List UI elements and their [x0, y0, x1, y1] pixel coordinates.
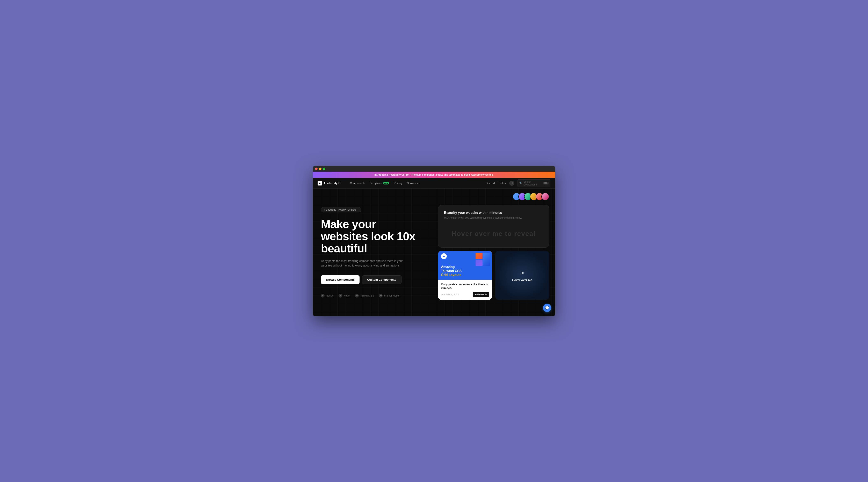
blog-date: 28th March, 2023	[441, 293, 459, 296]
bottom-cards: ▶ Amazing Tailwind CSS Grid Layouts	[438, 251, 549, 300]
blog-logo: ▶	[441, 253, 447, 259]
custom-components-button[interactable]: Custom Components	[362, 275, 402, 284]
nav-twitter[interactable]: Twitter	[498, 182, 506, 185]
logo-text: Aceternity UI	[323, 182, 341, 185]
grid-image-1	[475, 253, 483, 259]
browse-components-button[interactable]: Browse Components	[321, 275, 360, 284]
blog-card-footer: 28th March, 2023 Read More	[441, 292, 489, 297]
grid-image-3	[475, 260, 483, 266]
search-placeholder: Search Components	[524, 180, 542, 186]
intro-badge[interactable]: Introducing Proactiv Template ›	[321, 207, 362, 213]
tailwind-icon: 〜	[355, 294, 359, 297]
nav-link-showcase[interactable]: Showcase	[405, 180, 422, 186]
close-dot[interactable]	[315, 168, 317, 170]
navbar: A Aceternity UI Components Templates new…	[313, 178, 555, 189]
blog-body-text: Copy paste components like these in minu…	[441, 283, 489, 290]
blog-card: ▶ Amazing Tailwind CSS Grid Layouts	[438, 251, 492, 300]
nextjs-icon: N	[321, 294, 324, 297]
search-shortcut: ⌘K	[543, 182, 549, 185]
blog-image-grid	[475, 253, 490, 266]
tech-framer: M Framer Motion	[379, 294, 400, 297]
intro-badge-text: Introducing Proactiv Template	[324, 208, 356, 211]
maximize-dot[interactable]	[323, 168, 326, 170]
hero-buttons: Browse Components Custom Components	[321, 275, 426, 284]
avatars-group	[513, 193, 549, 200]
tech-stack: N Next.js ⚛ React 〜 TailwindCSS M Framer…	[321, 294, 426, 297]
hero-right: Beautify your website within minutes Wit…	[434, 189, 555, 316]
tech-nextjs: N Next.js	[321, 294, 334, 297]
react-icon: ⚛	[339, 294, 342, 297]
hero-section: Introducing Proactiv Template › Make you…	[313, 189, 434, 316]
chat-button[interactable]: 💬	[543, 304, 551, 312]
banner-brand: Aceternity UI Pro	[389, 173, 408, 176]
theme-toggle-button[interactable]: ☽	[509, 181, 514, 186]
nav-discord[interactable]: Discord	[486, 182, 495, 185]
templates-badge: new	[383, 182, 389, 185]
blog-card-body: Copy paste components like these in minu…	[438, 280, 492, 300]
promo-banner[interactable]: Introducing Aceternity UI Pro - Premium …	[313, 172, 555, 178]
tech-react: ⚛ React	[339, 294, 350, 297]
grid-image-2	[483, 253, 490, 266]
tech-tailwind: 〜 TailwindCSS	[355, 294, 374, 297]
beautify-card-title: Beautify your website within minutes	[444, 211, 543, 215]
framer-icon: M	[379, 294, 382, 297]
hover-reveal-text[interactable]: Hover over me to reveal	[444, 226, 543, 242]
minimize-dot[interactable]	[319, 168, 321, 170]
chat-icon: 💬	[545, 306, 549, 310]
search-icon: 🔍	[519, 182, 522, 185]
nav-logo[interactable]: A Aceternity UI	[317, 181, 341, 186]
logo-icon: A	[317, 181, 322, 186]
nav-link-pricing[interactable]: Pricing	[392, 180, 404, 186]
blog-title-accent: Grid Layouts	[441, 273, 461, 277]
main-window: Introducing Aceternity UI Pro - Premium …	[313, 166, 555, 316]
banner-suffix: - Premium component packs and templates …	[409, 173, 493, 176]
hover-card[interactable]: > Hover over me	[495, 251, 549, 300]
nav-link-components[interactable]: Components	[348, 180, 367, 186]
banner-prefix: Introducing	[374, 173, 389, 176]
avatar-6	[541, 193, 549, 200]
beautify-card: Beautify your website within minutes Wit…	[438, 205, 549, 248]
hero-title: Make your websites look 10x beautiful	[321, 218, 426, 254]
beautify-card-subtitle: With Aceternity UI, you can build great …	[444, 216, 543, 219]
title-bar	[313, 166, 555, 172]
nav-links: Components Templates new Pricing Showcas…	[348, 180, 486, 186]
arrow-icon: ›	[358, 209, 358, 211]
nav-right: Discord Twitter ☽ 🔍 Search Components ⌘K	[486, 179, 551, 187]
main-content: Introducing Proactiv Template › Make you…	[313, 189, 555, 316]
hover-card-arrow: >	[520, 269, 524, 277]
search-bar[interactable]: 🔍 Search Components ⌘K	[518, 179, 551, 187]
read-more-button[interactable]: Read More	[473, 292, 489, 297]
blog-card-title: Amazing Tailwind CSS Grid Layouts	[441, 265, 489, 277]
nav-link-templates[interactable]: Templates new	[368, 180, 391, 186]
hover-card-text: Hover over me	[512, 279, 532, 282]
hero-subtitle: Copy paste the most trending components …	[321, 259, 407, 268]
blog-card-image: ▶ Amazing Tailwind CSS Grid Layouts	[438, 251, 492, 280]
